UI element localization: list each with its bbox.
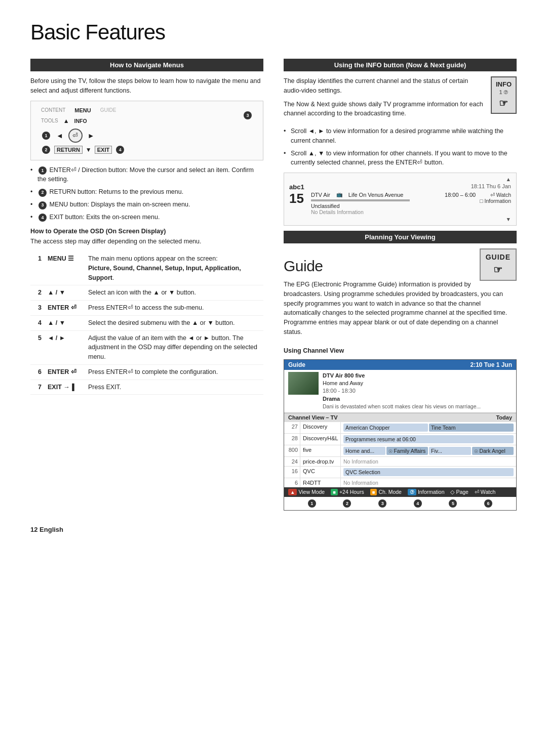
info-btn-sub: 1 ⑦ [496,89,512,96]
info-no-detail: No Details Information [311,209,476,215]
ch-num-28: 28 [284,434,300,445]
step-icon-6: ENTER ⏎ [45,364,85,380]
info-sub-row: DTV Air 📺 Life On Venus Avenue 18:00 – 6… [311,192,476,198]
prog-cell: ☉ Dark Angel [472,447,514,455]
epg-prog-details: DTV Air 800 five Home and Away 18:00 - 1… [323,372,481,410]
left-column: How to Navigate Menus Before using the T… [30,59,263,516]
bullet-2: 2 RETURN button: Returns to the previous… [30,187,263,197]
step-desc-4: Select the desired submenu with the ▲ or… [85,315,263,330]
hand-pointer-icon: ☞ [496,96,512,110]
guide-section: GUIDE ☞ Guide The EPG (Electronic Progra… [284,248,517,341]
page-number: 12 English [30,526,517,533]
ch-name-27: Discovery [300,422,341,433]
osd-step-5: 5 ◄ / ► Adjust the value of an item with… [30,330,263,364]
annotation-3: 3 [244,111,252,119]
ch-num-27: 27 [284,422,300,433]
left-arrow: ◄ [56,132,63,140]
info-information-btn: □ Information [480,198,511,204]
step-icon-3: ENTER ⏎ [45,301,85,316]
tools-label: TOOLS [41,118,58,123]
osd-step-1: 1 MENU ☰ The main menu options appear on… [30,251,263,285]
info-program-name: Life On Venus Avenue [348,192,404,198]
epg-legend: 1 2 3 4 5 6 [284,497,516,510]
ch-name-16: QVC [300,467,341,478]
bullet-4: 4 EXIT button: Exits the on-screen menu. [30,213,263,222]
info-sub-channel: DTV Air [311,192,330,198]
step-num-4: 4 [30,315,45,330]
osd-step-2: 2 ▲ / ▼ Select an icon with the ▲ or ▼ b… [30,285,263,301]
down-arrow-sm: ▼ [86,146,92,153]
ch-num-24: 24 [284,457,300,466]
prog-cell: Fiv... [429,447,471,455]
footer-btn-info: ⑦ Information [408,489,445,495]
enter-btn: ⏎ [68,129,83,143]
epg-sub-right: Today [496,414,512,421]
menu-label: MENU [74,107,91,113]
step-num-1: 1 [30,251,45,285]
ch-content-800: Home and... ☉ Family Affairs Fiv... ☉ Da… [341,445,516,456]
epg-prog-name: DTV Air 800 five [323,372,481,380]
info-bullets: Scroll ◄, ► to view information for a de… [284,127,517,167]
epg-row-5: 16 QVC QVC Selection [284,466,516,478]
page-title: Basic Features [30,20,517,45]
guide-hand-icon: ☞ [486,263,511,277]
legend-5: 5 [449,499,457,508]
info-label: INFO [74,118,87,124]
info-section-content: INFO 1 ⑦ ☞ The display identifies the cu… [284,76,517,122]
no-info: No Information [343,480,378,486]
osd-step-3: 3 ENTER ⏎ Press ENTER⏎ to access the sub… [30,301,263,316]
ch-name-24: price-drop.tv [300,457,341,466]
footer-btn-page: ◇ Page [450,489,468,495]
step-icon-1: MENU ☰ [45,251,85,285]
ch-num-16: 16 [284,467,300,478]
return-btn-label: RETURN [54,146,83,154]
epg-header-left: Guide [288,361,305,368]
using-channel-view-heading: Using Channel View [284,347,517,354]
ch-name-800: five [300,445,341,456]
guide-label: GUIDE [100,107,116,113]
bullet-3: 3 MENU button: Displays the main on-scre… [30,200,263,209]
info-time: 18:11 Thu 6 Jan [471,183,511,191]
epg-prog-title: Home and Away [323,380,481,387]
guide-btn-label: GUIDE [486,253,511,263]
step-num-5: 5 [30,330,45,364]
info-display-details: DTV Air 📺 Life On Venus Avenue 18:00 – 6… [311,192,476,215]
epg-header: Guide 2:10 Tue 1 Jun [284,360,516,370]
osd-step-6: 6 ENTER ⏎ Press ENTER⏎ to complete the c… [30,364,263,380]
info-rating-row: Unclassified [311,203,476,209]
step-icon-4: ▲ / ▼ [45,315,85,330]
osd-note: The access step may differ depending on … [30,237,263,246]
content-label: CONTENT [41,107,65,113]
info-ch-num: 15 [289,192,307,205]
info-button-box: INFO 1 ⑦ ☞ [491,76,517,114]
footer-btn-24h: ■ +24 Hours [331,489,364,495]
osd-step-4: 4 ▲ / ▼ Select the desired submenu with … [30,315,263,330]
red-btn: ▲ [288,489,297,495]
step-desc-7: Press EXIT. [85,380,263,395]
footer-btn-chmode: ■ Ch. Mode [370,489,402,495]
info-action-buttons: ⏎ Watch □ Information [480,192,511,204]
prog-cell: Tine Team [429,424,514,432]
epg-subheader: Channel View – TV Today [284,413,516,422]
prog-cell: ☉ Family Affairs [386,447,428,455]
navigate-intro: Before using the TV, follow the steps be… [30,76,263,96]
epg-prog-genre: Drama [323,395,481,403]
ch-name-28: DiscoveryH&L [300,434,341,445]
ch-content-28: Programmes resume at 06:00 [341,434,516,445]
annotation-1: 1 [42,132,50,140]
info-btn-label: INFO [496,80,512,89]
info-channel-name: abc1 [289,183,304,191]
epg-row-3: 800 five Home and... ☉ Family Affairs Fi… [284,445,516,456]
step-icon-5: ◄ / ► [45,330,85,364]
epg-container: Guide 2:10 Tue 1 Jun DTV Air 800 five Ho… [284,359,517,511]
info-display-box: ▲ abc1 18:11 Thu 6 Jan 15 DTV Air 📺 Life… [284,173,517,226]
right-arrow: ► [88,132,95,140]
step-num-3: 3 [30,301,45,316]
epg-row-2: 28 DiscoveryH&L Programmes resume at 06:… [284,433,516,445]
ch-content-24: No Information [341,457,516,466]
info-progress-bar [311,199,410,201]
step-desc-1: The main menu options appear on the scre… [85,251,263,285]
legend-3: 3 [378,499,386,508]
legend-6: 6 [484,499,492,508]
exit-btn-label: EXIT [95,146,112,154]
